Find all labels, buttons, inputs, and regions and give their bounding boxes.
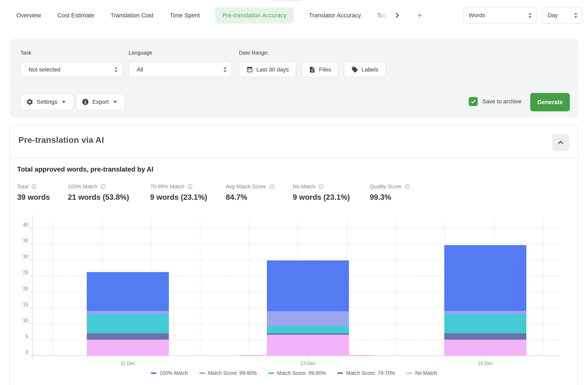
stat-70-99-match: 70-99% Match 9 words (23.1%) (150, 183, 226, 202)
y-axis-tick-label: 5 (16, 334, 28, 339)
bar-segment-no-match[interactable] (267, 335, 349, 356)
bar-segment-no-match[interactable] (87, 340, 169, 356)
bar-segment-match-score-99-90[interactable] (267, 311, 349, 326)
tab-time-spent[interactable]: Time Spent (170, 7, 200, 23)
tab-translator-accuracy[interactable]: Translator Accuracy (309, 7, 361, 23)
y-axis-tick (29, 260, 32, 260)
select-stepper-icon (223, 67, 227, 72)
info-icon[interactable] (404, 184, 410, 189)
legend-label: Match Score: 89-80% (277, 370, 326, 376)
bar-segment-match-score-89-80[interactable] (87, 314, 169, 333)
labels-button[interactable]: Labels (344, 62, 386, 77)
bar-segment-match-score-89-80[interactable] (267, 326, 349, 333)
date-range-button-label: Last 30 days (256, 66, 289, 73)
stat-label: 100% Match (68, 183, 97, 190)
x-axis-tick (308, 356, 308, 359)
bar-segment-no-match[interactable] (444, 340, 526, 356)
tab-overview[interactable]: Overview (16, 7, 41, 23)
y-axis-tick-label: 35 (16, 238, 28, 243)
grid-vline (543, 218, 543, 356)
filter-rows-divider (10, 86, 578, 87)
y-axis-tick (29, 355, 32, 356)
legend-dash-icon (337, 372, 343, 374)
bar-segment-100-match[interactable] (267, 260, 349, 311)
language-select-value: All (137, 66, 143, 73)
legend-dash-icon (151, 372, 156, 374)
stat-avg-match-score: Avg Match Score 84.7% (226, 183, 293, 202)
files-button[interactable]: Files (302, 62, 338, 77)
tab-pre-translation-accuracy[interactable]: Pre-translation Accuracy (215, 7, 294, 23)
date-range-button[interactable]: Last 30 days (239, 62, 296, 77)
language-label: Language (129, 50, 152, 56)
export-button[interactable]: Export (76, 94, 125, 110)
task-label: Task (21, 50, 31, 56)
legend-dash-icon (199, 372, 205, 374)
legend-item-match-score-89-80[interactable]: Match Score: 89-80% (269, 370, 326, 376)
bar-segment-match-score-79-70[interactable] (444, 333, 526, 340)
generate-button[interactable]: Generate (530, 93, 570, 111)
filters-panel: Task Language Date Range: Not selected A… (10, 39, 578, 117)
bar-segment-match-score-79-70[interactable] (87, 333, 169, 340)
top-selects: Words Day (463, 7, 582, 23)
info-icon[interactable] (269, 184, 274, 189)
select-stepper-icon (528, 13, 532, 18)
save-to-archive-checkbox[interactable] (469, 97, 478, 106)
info-icon[interactable] (100, 184, 106, 189)
gear-icon (26, 98, 34, 106)
x-axis-label: 13 Dec (288, 361, 328, 366)
grid-hline (33, 243, 560, 244)
report-tabs-bar: OverviewCost EstimateTranslation CostTim… (0, 0, 588, 31)
calendar-icon (246, 66, 253, 73)
select-stepper-icon (574, 13, 577, 18)
bar-segment-match-score-99-90[interactable] (87, 311, 169, 314)
bar-segment-match-score-99-90[interactable] (444, 311, 526, 314)
y-axis-tick (29, 292, 32, 292)
period-select[interactable]: Day (542, 7, 582, 23)
task-select[interactable]: Not selected (21, 62, 123, 77)
legend-item-no-match[interactable]: No Match (407, 370, 437, 376)
stacked-bar-13-dec (267, 260, 349, 356)
tab-top[interactable]: Top (377, 7, 387, 23)
add-tab-button[interactable] (415, 11, 424, 20)
tabs-overflow-chevron-button[interactable] (393, 11, 402, 20)
language-select[interactable]: All (129, 62, 232, 77)
settings-button[interactable]: Settings (21, 94, 74, 110)
info-icon[interactable] (31, 184, 37, 189)
select-stepper-icon (114, 67, 118, 72)
legend-dash-icon (407, 372, 412, 374)
tab-translation-cost[interactable]: Translation Cost (110, 7, 153, 23)
download-circle-icon (82, 98, 89, 106)
save-to-archive-checkbox-row[interactable]: Save to archive (469, 97, 522, 106)
info-icon[interactable] (318, 184, 324, 189)
legend-label: Match Score: 99-90% (208, 370, 257, 376)
chart-y-axis (32, 215, 33, 358)
stat-value: 9 words (23.1%) (293, 193, 370, 202)
bar-segment-match-score-89-80[interactable] (444, 314, 526, 333)
info-icon[interactable] (187, 184, 193, 189)
legend-item-match-score-99-90[interactable]: Match Score: 99-90% (199, 370, 257, 376)
y-axis-tick (29, 308, 32, 308)
unit-select[interactable]: Words (463, 7, 537, 23)
collapse-panel-button[interactable] (552, 134, 569, 151)
y-axis-tick-label: 40 (16, 222, 28, 228)
stat-label: Quality Score (370, 183, 402, 190)
bar-segment-match-score-79-70[interactable] (267, 333, 349, 335)
tab-cost-estimate[interactable]: Cost Estimate (57, 7, 94, 23)
stacked-bar-15-dec (444, 245, 526, 356)
legend-label: Match Score: 79-70% (346, 370, 395, 376)
settings-button-label: Settings (37, 99, 57, 105)
labels-button-label: Labels (362, 66, 378, 73)
y-axis-tick-label: 15 (16, 302, 28, 307)
legend-item-match-score-79-70[interactable]: Match Score: 79-70% (337, 370, 395, 376)
stat-label: Avg Match Score (226, 183, 266, 190)
legend-item-100-match[interactable]: 100% Match (151, 370, 188, 376)
stat-value: 84.7% (226, 193, 293, 202)
grid-vline (396, 218, 396, 356)
x-axis-tick (485, 356, 486, 359)
stat-quality-score: Quality Score 99.3% (370, 183, 435, 202)
bar-segment-100-match[interactable] (444, 245, 526, 311)
bar-segment-100-match[interactable] (87, 272, 169, 311)
y-axis-tick-label: 20 (16, 286, 28, 291)
stacked-bar-11-dec (87, 272, 169, 356)
caret-down-icon (62, 101, 65, 103)
